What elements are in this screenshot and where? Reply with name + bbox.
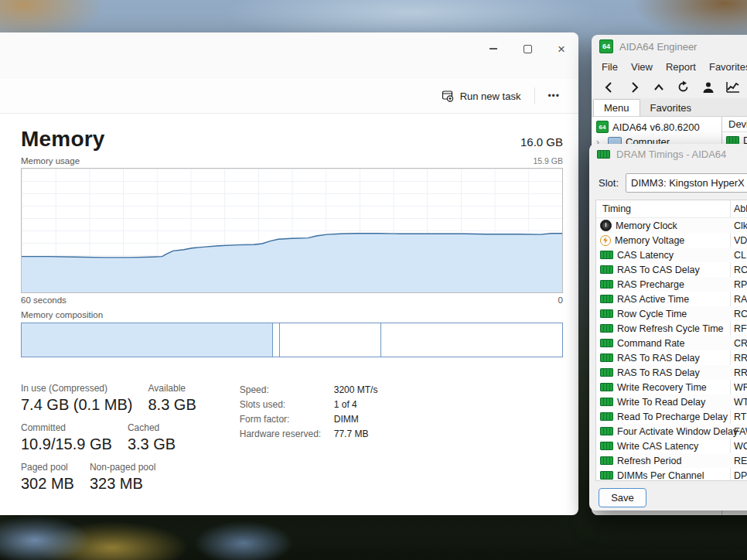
timing-row-icon	[600, 442, 613, 450]
timing-row-icon	[600, 383, 613, 391]
memory-composition-bar[interactable]	[21, 323, 563, 357]
slot-label: Slot:	[599, 177, 619, 189]
menu-item-report[interactable]: Report	[666, 61, 696, 73]
timing-row-icon	[600, 398, 613, 406]
timing-name: Row Refresh Cycle Time	[617, 323, 724, 334]
timing-row[interactable]: Write To Read Delay WTR	[596, 394, 747, 409]
timing-row[interactable]: Memory Voltage VDIMM	[596, 233, 747, 248]
timing-row-icon	[600, 251, 613, 259]
timing-table-body: Memory Clock Clk Memory Voltage VDIMM CA…	[596, 218, 747, 483]
menu-item-file[interactable]: File	[602, 61, 618, 73]
minimize-icon	[489, 48, 497, 50]
task-manager-titlebar[interactable]: ×	[0, 32, 578, 79]
run-new-task-button[interactable]: Run new task	[432, 85, 530, 107]
menu-item-favorites[interactable]: Favorites	[709, 61, 747, 73]
timing-abbreviation: FAW	[734, 426, 747, 437]
timing-row[interactable]: RAS Precharge RP	[596, 277, 747, 292]
column-header-timing[interactable]: Timing	[596, 203, 631, 214]
memory-usage-chart[interactable]	[21, 168, 563, 293]
timing-row[interactable]: CAS Latency CL	[596, 248, 747, 262]
aida64-titlebar[interactable]: 64 AIDA64 Engineer	[592, 35, 747, 58]
stat-in-use: In use (Compressed) 7.4 GB (0.1 MB)	[21, 383, 133, 414]
timing-name: CAS Latency	[617, 250, 674, 261]
ram-icon	[597, 150, 610, 159]
refresh-icon[interactable]	[676, 80, 691, 94]
page-title: Memory	[21, 127, 105, 152]
timing-table: Timing Abbreviation Memory Clock Clk Mem…	[595, 200, 747, 481]
memory-usage-area	[22, 169, 562, 292]
timing-abbreviation: RTP	[734, 411, 747, 422]
detail-form-factor: Form factor: DIMM	[240, 412, 378, 427]
user-icon[interactable]	[701, 80, 715, 94]
run-new-task-icon	[442, 90, 454, 102]
slot-dropdown[interactable]: DIMM3: Kingston HyperX KHX3	[626, 173, 747, 193]
timing-abbreviation: RAS	[734, 294, 747, 305]
minimize-button[interactable]	[476, 37, 510, 60]
forward-icon[interactable]	[626, 80, 641, 94]
tab-favorites[interactable]: Favorites	[640, 100, 701, 116]
timing-row-icon	[600, 412, 613, 421]
dram-dialog-titlebar[interactable]: DRAM Timings - AIDA64	[589, 144, 747, 165]
stat-cached: Cached 3.3 GB	[128, 422, 176, 453]
maximize-icon	[524, 45, 532, 53]
timing-abbreviation: RC	[734, 309, 747, 319]
close-icon: ×	[558, 43, 565, 56]
timing-abbreviation: RCD	[734, 265, 747, 275]
timing-row[interactable]: Row Cycle Time RC	[596, 306, 747, 321]
stat-committed: Committed 10.9/15.9 GB	[21, 422, 112, 453]
timing-name: RAS To RAS Delay	[617, 353, 700, 364]
timing-row[interactable]: RAS To RAS Delay RRD	[596, 365, 747, 380]
menu-item-view[interactable]: View	[631, 61, 653, 73]
timing-abbreviation: RRD	[734, 367, 747, 378]
timing-row[interactable]: DIMMs Per Channel DPC	[596, 468, 747, 483]
memory-page: Memory 16.0 GB Memory usage 15.9 GB 60 s…	[0, 127, 578, 493]
aida64-logo-icon: 64	[599, 39, 613, 53]
detail-hardware-reserved: Hardware reserved: 77.7 MB	[240, 427, 378, 442]
composition-segment-standby[interactable]	[280, 323, 381, 357]
toolbar-divider	[534, 87, 535, 104]
tree-item-aida64-version[interactable]: 64 AIDA64 v6.80.6200	[592, 119, 721, 135]
timing-name: Write CAS Latency	[617, 441, 698, 452]
timing-row-icon	[600, 339, 613, 347]
timing-abbreviation: RRD	[734, 353, 747, 364]
timing-table-header[interactable]: Timing Abbreviation	[596, 200, 747, 218]
timing-row[interactable]: Write CAS Latency WCL	[596, 439, 747, 453]
timing-row[interactable]: Write Recovery Time WR	[596, 380, 747, 394]
timing-row[interactable]: Read To Precharge Delay RTP	[596, 409, 747, 424]
composition-segment-free[interactable]	[381, 323, 562, 357]
aida-toolbar	[592, 76, 747, 98]
maximize-button[interactable]	[510, 37, 544, 60]
save-button[interactable]: Save	[599, 488, 646, 507]
timing-name: Command Rate	[617, 338, 685, 349]
timing-row[interactable]: Row Refresh Cycle Time RFC	[596, 321, 747, 336]
timing-row[interactable]: RAS To RAS Delay RRD	[596, 350, 747, 365]
timing-row[interactable]: RAS To CAS Delay RCD	[596, 262, 747, 277]
composition-segment-modified[interactable]	[273, 323, 280, 357]
timing-row-icon	[600, 456, 613, 465]
task-manager-toolbar: Run new task •••	[0, 79, 578, 114]
timing-row[interactable]: Four Activate Window Delay FAW	[596, 424, 747, 439]
close-button[interactable]: ×	[544, 37, 578, 60]
timing-name: Refresh Period	[617, 456, 681, 466]
timing-name: Write To Read Delay	[617, 397, 705, 408]
stat-available: Available 8.3 GB	[148, 383, 196, 414]
timing-abbreviation: CR	[734, 338, 747, 349]
stat-non-paged-pool: Non-paged pool 323 MB	[90, 462, 155, 493]
timing-row-icon	[600, 220, 612, 231]
x-axis-left-label: 60 seconds	[21, 295, 67, 305]
tab-menu[interactable]: Menu	[593, 99, 640, 116]
timing-row[interactable]: Command Rate CR	[596, 336, 747, 350]
more-options-button[interactable]: •••	[540, 86, 568, 106]
timing-row[interactable]: RAS Active Time RAS	[596, 292, 747, 306]
timing-row[interactable]: Refresh Period REF	[596, 453, 747, 468]
timing-row-icon	[600, 280, 613, 289]
device-column-header[interactable]: Device	[722, 117, 747, 132]
timing-row-icon	[600, 353, 613, 362]
column-header-abbreviation[interactable]: Abbreviation	[734, 203, 747, 214]
timing-abbreviation: Clk	[734, 220, 747, 231]
up-icon[interactable]	[651, 80, 666, 94]
timing-row[interactable]: Memory Clock Clk	[596, 218, 747, 233]
chart-icon[interactable]	[725, 80, 740, 94]
back-icon[interactable]	[602, 80, 616, 94]
composition-segment-in-use[interactable]	[22, 323, 273, 357]
